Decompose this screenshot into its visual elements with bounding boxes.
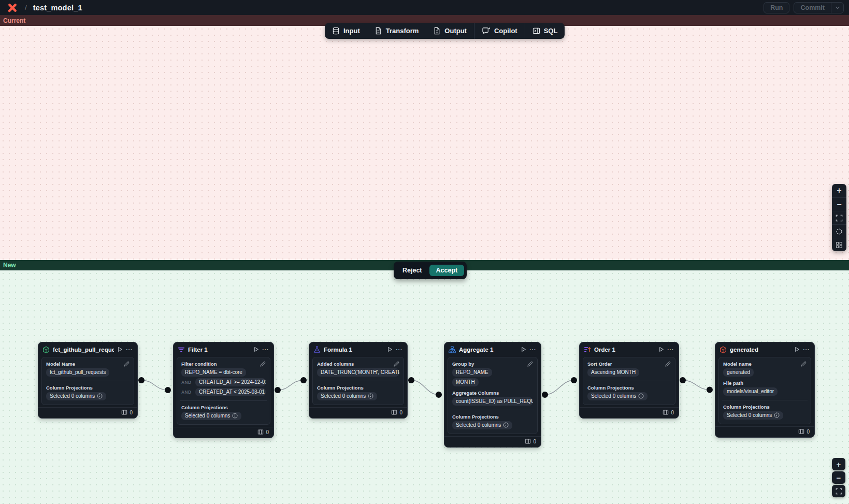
info-icon[interactable]	[368, 393, 373, 399]
node-header[interactable]: fct_github_pull_requests ⋯	[38, 342, 137, 356]
value-chip[interactable]: REPO_NAME	[452, 368, 492, 377]
node-fct_github_pull_requests[interactable]: fct_github_pull_requests ⋯ Model Namefct…	[38, 342, 138, 419]
zoom-out-button[interactable]: −	[832, 471, 845, 484]
breadcrumb-separator: /	[25, 4, 27, 11]
source-handle[interactable]	[275, 387, 281, 393]
node-run-button[interactable]	[253, 347, 259, 352]
value-chip[interactable]: Selected 0 columns	[46, 392, 106, 400]
value-chip[interactable]: Ascending MONTH	[587, 368, 639, 377]
condition-conjunction: AND	[181, 390, 195, 395]
value-chip[interactable]: REPO_NAME = dbt-core	[181, 368, 246, 377]
info-icon[interactable]	[774, 412, 780, 418]
column-count: 0	[671, 410, 674, 415]
edit-icon[interactable]	[800, 361, 807, 367]
value-chip[interactable]: count(ISSUE_ID) as PULL_REQUEST_…	[452, 397, 533, 406]
node-order-1[interactable]: Order 1 ⋯ Sort OrderAscending MONTHColum…	[579, 342, 679, 419]
node-run-button[interactable]	[658, 347, 664, 352]
accept-button[interactable]: Accept	[429, 265, 465, 276]
value-chip[interactable]: Selected 0 columns	[587, 392, 647, 400]
node-menu-button[interactable]: ⋯	[262, 347, 269, 352]
edit-icon[interactable]	[260, 361, 266, 367]
copilot-button[interactable]: Copilot	[474, 23, 525, 39]
zoom-out-button[interactable]: −	[832, 197, 846, 211]
node-filter-1[interactable]: Filter 1 ⋯ Filter conditionREPO_NAME = d…	[173, 342, 274, 438]
model-output-icon	[720, 346, 727, 353]
fit-view-button[interactable]	[832, 211, 846, 224]
value-chip[interactable]: CREATED_AT < 2025-03-01	[195, 388, 266, 396]
target-handle[interactable]	[300, 377, 307, 383]
node-header[interactable]: Aggregate 1 ⋯	[444, 342, 541, 356]
node-menu-button[interactable]: ⋯	[803, 347, 810, 352]
zoom-in-button[interactable]: +	[832, 184, 846, 197]
copilot-icon	[482, 27, 491, 35]
node-footer: 0	[715, 426, 814, 437]
info-icon[interactable]	[638, 393, 644, 399]
value-chip[interactable]: Selected 0 columns	[181, 412, 241, 420]
node-footer: 0	[174, 427, 274, 438]
interactivity-lock-button[interactable]	[832, 224, 846, 238]
model-source-icon	[42, 346, 50, 353]
field-divider	[586, 381, 672, 381]
field-label: Column Projections	[723, 404, 807, 410]
value-chip[interactable]: CREATED_AT >= 2024-12-01	[195, 378, 266, 386]
node-aggregate-1[interactable]: Aggregate 1 ⋯ Group byREPO_NAMEMONTHAggr…	[444, 342, 541, 448]
formula-flask-icon	[313, 346, 321, 353]
value-chip[interactable]: Selected 0 columns	[317, 392, 377, 400]
edit-icon[interactable]	[527, 361, 533, 367]
node-menu-button[interactable]: ⋯	[396, 347, 403, 352]
add-input-button[interactable]: Input	[325, 23, 367, 39]
target-handle[interactable]	[165, 387, 171, 393]
sql-button[interactable]: SQL	[525, 23, 565, 39]
field-label: Model Name	[46, 361, 129, 367]
commit-button[interactable]: Commit	[794, 3, 831, 13]
source-handle[interactable]	[680, 377, 686, 383]
dbt-logo-icon[interactable]	[7, 3, 18, 13]
source-handle[interactable]	[138, 377, 145, 383]
value-chip[interactable]: generated	[723, 368, 754, 377]
reject-button[interactable]: Reject	[396, 265, 428, 276]
tidy-layout-button[interactable]	[832, 238, 846, 251]
value-chip[interactable]: Selected 0 columns	[723, 411, 783, 420]
field-divider	[180, 400, 267, 401]
node-run-button[interactable]	[387, 347, 393, 352]
target-handle[interactable]	[571, 377, 577, 383]
node-formula-1[interactable]: Formula 1 ⋯ Added columnsDATE_TRUNC('MON…	[309, 342, 408, 419]
run-button[interactable]: Run	[764, 2, 789, 13]
node-header[interactable]: Order 1 ⋯	[580, 342, 679, 356]
node-menu-button[interactable]: ⋯	[126, 347, 133, 352]
node-header[interactable]: generated ⋯	[715, 342, 814, 356]
source-handle[interactable]	[408, 377, 414, 383]
info-icon[interactable]	[97, 393, 103, 399]
add-output-button[interactable]: Output	[426, 23, 474, 39]
node-run-button[interactable]	[117, 347, 123, 352]
chip-row: REPO_NAME = dbt-core	[181, 368, 266, 377]
node-menu-button[interactable]: ⋯	[529, 347, 537, 352]
edit-icon[interactable]	[665, 361, 671, 367]
target-handle[interactable]	[436, 392, 442, 398]
node-header[interactable]: Filter 1 ⋯	[174, 342, 274, 356]
node-generated[interactable]: generated ⋯ Model namegeneratedFile path…	[715, 342, 815, 438]
node-header[interactable]: Formula 1 ⋯	[309, 342, 407, 356]
info-icon[interactable]	[503, 422, 509, 428]
current-canvas[interactable]	[0, 26, 849, 260]
add-transform-button[interactable]: Transform	[367, 23, 426, 39]
value-chip[interactable]: Selected 0 columns	[452, 421, 512, 429]
value-chip[interactable]: models/visual_editor	[723, 387, 778, 396]
new-canvas[interactable]: fct_github_pull_requests ⋯ Model Namefct…	[0, 270, 849, 504]
value-chip[interactable]: DATE_TRUNC('MONTH', CREATED_AT…	[317, 368, 399, 377]
edit-icon[interactable]	[123, 361, 129, 367]
node-run-button[interactable]	[521, 347, 526, 352]
node-run-button[interactable]	[794, 347, 800, 352]
fit-view-button[interactable]	[832, 485, 845, 497]
edit-icon[interactable]	[393, 361, 399, 367]
value-chip[interactable]: MONTH	[452, 378, 479, 386]
field-label: Aggregate Columns	[452, 390, 533, 396]
commit-dropdown-button[interactable]	[831, 3, 843, 13]
value-chip[interactable]: fct_github_pull_requests	[46, 368, 109, 377]
zoom-in-button[interactable]: +	[832, 458, 845, 470]
target-handle[interactable]	[707, 387, 713, 393]
source-handle[interactable]	[542, 392, 548, 398]
node-menu-button[interactable]: ⋯	[667, 347, 674, 352]
info-icon[interactable]	[232, 413, 238, 419]
columns-icon	[257, 429, 264, 435]
